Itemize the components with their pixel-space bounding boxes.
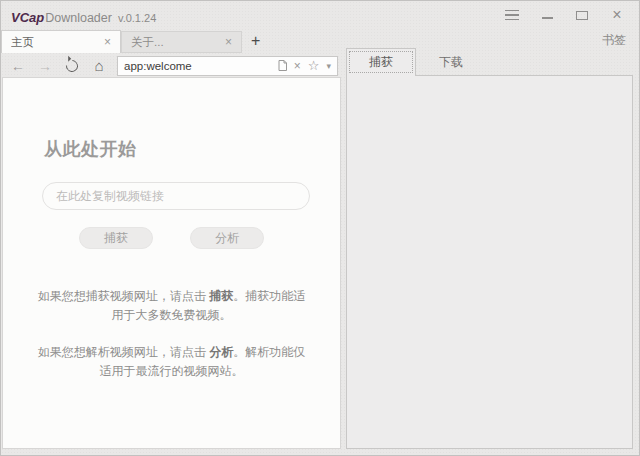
app-version: v.0.1.24	[118, 12, 156, 24]
tab-home-label: 主页	[11, 35, 102, 50]
hamburger-icon	[505, 10, 519, 21]
tab-about[interactable]: 关于... ×	[121, 31, 242, 53]
tab-about-label: 关于...	[131, 35, 223, 50]
address-bar[interactable]: app:welcome × ☆ ▾	[117, 56, 338, 76]
help-text: 如果您想捕获视频网址，请点击 捕获。捕获功能适用于大多数免费视频。 如果您想解析…	[33, 287, 311, 381]
analyze-help-paragraph: 如果您想解析视频网址，请点击 分析。解析功能仅适用于最流行的视频网站。	[33, 343, 311, 381]
bookmarks-label[interactable]: 书签	[602, 32, 626, 49]
tab-download[interactable]: 下载	[416, 50, 486, 76]
side-tab-strip: 捕获 下载	[346, 48, 486, 76]
address-bar-icons: × ☆ ▾	[272, 58, 337, 73]
forward-button[interactable]: →	[36, 57, 54, 75]
refresh-icon	[64, 57, 81, 74]
menu-icon[interactable]	[504, 7, 520, 23]
home-button[interactable]: ⌂	[90, 57, 108, 75]
back-icon: ←	[11, 58, 25, 74]
reading-list-icon[interactable]	[278, 60, 287, 71]
app-window: VCapDownloaderv.0.1.24 × 书签 主页 × 关于...	[0, 0, 640, 456]
close-button[interactable]: ×	[609, 7, 625, 23]
tab-close-icon[interactable]: ×	[102, 35, 113, 49]
analyze-keyword: 分析	[209, 345, 233, 359]
maximize-icon	[576, 11, 588, 20]
brand-name: VCap	[11, 10, 44, 25]
new-tab-button[interactable]: +	[251, 32, 260, 52]
tab-close-icon[interactable]: ×	[223, 35, 234, 49]
bookmark-star-icon[interactable]: ☆	[308, 58, 320, 73]
maximize-button[interactable]	[574, 7, 590, 23]
capture-list-panel	[346, 75, 633, 449]
refresh-button[interactable]	[63, 57, 81, 75]
app-name: Downloader	[45, 11, 112, 25]
capture-button[interactable]: 捕获	[79, 227, 153, 249]
page-icon	[278, 60, 287, 71]
tab-home[interactable]: 主页 ×	[1, 30, 121, 53]
capture-help-paragraph: 如果您想捕获视频网址，请点击 捕获。捕获功能适用于大多数免费视频。	[33, 287, 311, 325]
video-link-input[interactable]	[42, 182, 310, 210]
window-controls: ×	[504, 7, 625, 23]
browser-tab-strip: 主页 × 关于... × +	[1, 31, 260, 53]
forward-icon: →	[38, 58, 52, 74]
title-bar: VCapDownloaderv.0.1.24 ×	[1, 1, 639, 29]
action-buttons: 捕获 分析	[3, 227, 340, 249]
minimize-icon	[542, 17, 553, 19]
back-button[interactable]: ←	[9, 57, 27, 75]
minimize-button[interactable]	[539, 7, 555, 23]
dropdown-arrow-icon[interactable]: ▾	[326, 61, 331, 71]
app-logo: VCapDownloaderv.0.1.24	[11, 8, 156, 26]
clear-url-icon[interactable]: ×	[294, 59, 301, 73]
browser-toolbar: ← → ⌂ app:welcome × ☆ ▾	[1, 53, 342, 78]
close-icon: ×	[612, 7, 621, 23]
welcome-page: 从此处开始 捕获 分析 如果您想捕获视频网址，请点击 捕获。捕获功能适用于大多数…	[2, 77, 341, 449]
analyze-button[interactable]: 分析	[190, 227, 264, 249]
page-title: 从此处开始	[44, 137, 340, 161]
home-icon: ⌂	[94, 57, 103, 74]
tab-capture[interactable]: 捕获	[346, 48, 416, 76]
address-url[interactable]: app:welcome	[118, 60, 272, 72]
capture-keyword: 捕获	[209, 289, 233, 303]
